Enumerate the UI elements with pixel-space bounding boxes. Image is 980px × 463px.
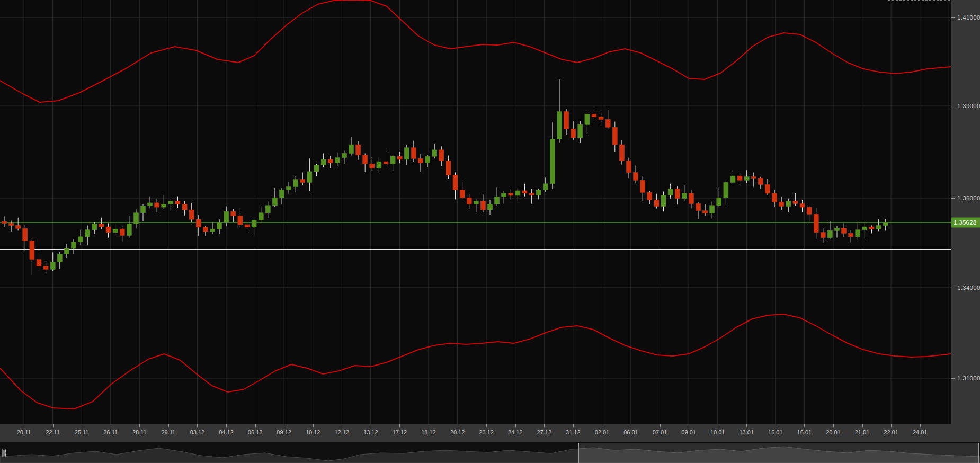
time-axis-label: 22.01 (884, 429, 898, 435)
date-tick (342, 424, 342, 427)
price-axis-label: 1.31000 (957, 375, 980, 381)
time-axis[interactable]: 20.1122.1125.1126.1128.1129.1103.1204.12… (0, 424, 980, 442)
price-axis-label: 1.36000 (957, 195, 980, 201)
time-axis-label: 13.01 (739, 429, 754, 435)
time-axis-label: 03.12 (190, 429, 205, 435)
price-axis-label: 1.34000 (957, 284, 980, 291)
date-tick (313, 424, 314, 427)
time-axis-label: 09.12 (277, 429, 291, 435)
date-tick (197, 424, 198, 427)
time-axis-label: 02.01 (595, 429, 610, 435)
price-axis[interactable]: 1.35628 1.410001.390001.360001.340001.31… (951, 0, 980, 424)
time-axis-label: 12.12 (335, 429, 350, 435)
time-axis-label: 18.12 (421, 429, 436, 435)
time-axis-label: 20.12 (450, 429, 465, 435)
date-tick (111, 424, 111, 427)
time-axis-label: 04.12 (219, 429, 234, 435)
time-axis-label: 13.12 (363, 429, 378, 435)
current-price-label: 1.35628 (951, 218, 980, 228)
date-tick (515, 424, 516, 427)
chart-window: 1.35628 1.410001.390001.360001.340001.31… (0, 0, 980, 463)
date-tick (833, 424, 834, 427)
date-tick (24, 424, 24, 427)
time-axis-label: 06.01 (623, 429, 638, 435)
date-tick (891, 424, 892, 427)
date-tick (544, 424, 545, 427)
time-axis-label: 20.11 (17, 429, 31, 435)
date-tick (139, 424, 140, 427)
scroll-right-arrow-icon[interactable] (0, 443, 8, 463)
time-axis-label: 24.01 (913, 429, 928, 435)
date-tick (602, 424, 602, 427)
date-tick (82, 424, 82, 427)
time-axis-label: 24.12 (508, 429, 523, 435)
date-tick (429, 424, 429, 427)
price-axis-label: 1.41000 (957, 14, 980, 21)
time-axis-label: 06.12 (248, 429, 263, 435)
date-tick (458, 424, 458, 427)
time-axis-label: 26.11 (103, 429, 118, 435)
chart-scrollbar-minimap[interactable] (0, 443, 980, 463)
date-tick (284, 424, 284, 427)
time-axis-label: 29.11 (161, 429, 175, 435)
date-tick (689, 424, 689, 427)
price-tick (951, 106, 955, 106)
date-tick (746, 424, 747, 427)
date-tick (631, 424, 631, 427)
date-tick (862, 424, 863, 427)
date-tick (226, 424, 227, 427)
date-tick (573, 424, 574, 427)
price-tick (951, 288, 955, 288)
time-axis-label: 25.11 (75, 429, 89, 435)
time-axis-label: 22.11 (46, 429, 60, 435)
date-tick (804, 424, 805, 427)
date-tick (399, 424, 400, 427)
date-tick (660, 424, 661, 427)
scrollbar-view-window[interactable] (578, 443, 979, 463)
candlestick-chart-plot[interactable] (0, 0, 951, 424)
price-tick (951, 17, 955, 18)
date-tick (920, 424, 921, 427)
date-tick (718, 424, 718, 427)
date-tick (53, 424, 54, 427)
time-axis-label: 23.12 (479, 429, 494, 435)
price-axis-label: 1.39000 (957, 103, 980, 109)
time-axis-label: 17.12 (393, 429, 407, 435)
price-tick (951, 198, 955, 199)
time-axis-label: 16.01 (797, 429, 812, 435)
time-axis-label: 10.12 (306, 429, 320, 435)
time-axis-label: 15.01 (768, 429, 783, 435)
time-axis-label: 09.01 (681, 429, 696, 435)
time-axis-label: 10.01 (710, 429, 725, 435)
date-tick (486, 424, 487, 427)
date-tick (168, 424, 169, 427)
time-axis-label: 20.01 (826, 429, 841, 435)
time-axis-label: 28.11 (132, 429, 147, 435)
date-tick (776, 424, 776, 427)
date-tick (371, 424, 371, 427)
price-tick (951, 378, 955, 379)
time-axis-label: 31.12 (566, 429, 581, 435)
time-axis-label: 07.01 (653, 429, 667, 435)
time-axis-label: 21.01 (855, 429, 870, 435)
date-tick (255, 424, 256, 427)
time-axis-label: 27.12 (537, 429, 551, 435)
